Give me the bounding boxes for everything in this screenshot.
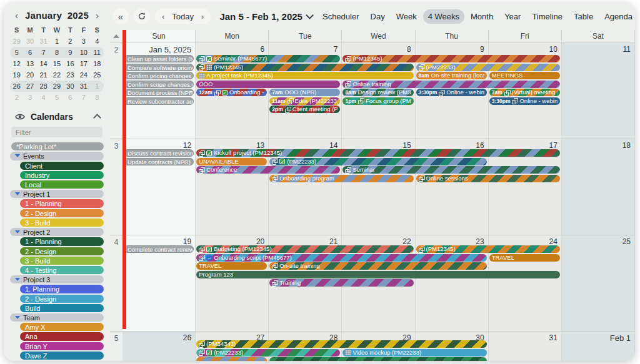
mini-cal-day[interactable]: 2 <box>64 36 77 47</box>
mini-cal-day[interactable]: 25 <box>91 69 104 81</box>
day-cell[interactable]: 31 <box>489 332 562 361</box>
event[interactable]: ↔Onboarding script (PM45677) <box>196 254 487 262</box>
mini-cal-prev-icon[interactable]: ‹ <box>15 12 18 19</box>
event[interactable]: ✓(PM22233) <box>196 349 340 357</box>
calendar-item-1-planning[interactable]: 1 - Planning <box>20 199 104 207</box>
calendar-item-dave-z[interactable]: Dave Z <box>20 352 104 360</box>
event[interactable]: ✓(PM22233) <box>269 158 486 165</box>
day-cell[interactable]: Feb 1 <box>562 332 635 361</box>
mini-cal-day[interactable]: 19 <box>10 69 23 81</box>
event[interactable]: 7amOOO (NPR) <box>269 89 340 96</box>
all-day-event[interactable]: Review subcontractor agre <box>124 97 194 105</box>
collapse-calendars-icon[interactable] <box>93 114 101 122</box>
mini-cal-day[interactable]: 13 <box>23 58 36 69</box>
mini-cal-day[interactable]: 30 <box>64 81 77 92</box>
event[interactable]: OOO <box>196 81 340 88</box>
calendar-item-project-1[interactable]: Project 1 <box>10 190 104 198</box>
mini-cal-day[interactable]: 9 <box>64 47 77 58</box>
event[interactable]: (PM12345) <box>342 55 559 62</box>
view-tab-agenda[interactable]: Agenda <box>599 9 635 24</box>
event[interactable]: 8amOn-site training (local) <box>416 72 487 79</box>
all-day-event[interactable]: Complete contract renewa <box>124 245 194 253</box>
event[interactable]: On-site training <box>269 262 486 270</box>
mini-cal-day[interactable]: 31 <box>77 81 90 92</box>
view-tab-day[interactable]: Day <box>366 9 390 24</box>
mini-cal-day[interactable]: 17 <box>77 58 90 69</box>
event[interactable]: Onboarding program <box>269 175 413 182</box>
mini-cal-day[interactable]: 6 <box>64 92 77 103</box>
event[interactable]: 1pmFocus group (PM22 <box>342 97 413 105</box>
mini-cal-day[interactable]: 3 <box>77 36 90 47</box>
mini-cal-day[interactable]: 1 <box>91 81 104 92</box>
view-tab-month[interactable]: Month <box>466 9 498 24</box>
event[interactable]: 12am✓Onboarding - ne <box>196 89 267 96</box>
event[interactable]: Training <box>269 279 413 287</box>
calendar-item-build[interactable]: Build <box>20 304 104 312</box>
mini-cal-day[interactable]: 11 <box>91 47 104 58</box>
event[interactable]: ✓Kickoff project (PM12345) <box>196 149 560 157</box>
scroll-up-icon[interactable] <box>113 34 119 38</box>
event[interactable]: ✓Seminar (PM45677) <box>196 55 340 62</box>
calendar-item-team[interactable]: Team <box>10 313 104 322</box>
event[interactable] <box>196 357 267 361</box>
calendar-item-1-planning[interactable]: 1 - Planning <box>20 237 104 245</box>
calendar-filter-input[interactable] <box>11 127 102 137</box>
mini-cal-day[interactable]: 24 <box>77 69 90 81</box>
event[interactable]: Conference <box>196 166 340 174</box>
mini-cal-day[interactable]: 26 <box>10 81 23 92</box>
event[interactable]: (PM12345) <box>196 64 413 71</box>
mini-cal-day[interactable]: 6 <box>23 47 36 58</box>
mini-cal-day[interactable]: 22 <box>50 69 63 81</box>
prev-period-icon[interactable]: ‹ <box>162 12 164 21</box>
event[interactable]: Online training <box>342 81 559 88</box>
view-tab-week[interactable]: Week <box>391 9 422 24</box>
mini-cal-day[interactable]: 4 <box>37 92 50 103</box>
mini-cal-day[interactable]: 16 <box>64 58 77 69</box>
today-button[interactable]: Today <box>172 12 194 21</box>
calendar-item-amy-x[interactable]: Amy X <box>20 323 104 331</box>
calendar-item-brian-y[interactable]: Brian Y <box>20 342 104 350</box>
mini-cal-day[interactable]: 29 <box>10 36 23 47</box>
view-tab-scheduler[interactable]: Scheduler <box>318 9 364 24</box>
next-period-icon[interactable]: › <box>201 12 204 21</box>
calendar-item-project-2[interactable]: Project 2 <box>10 228 104 236</box>
day-cell[interactable]: 26 <box>122 332 196 361</box>
mini-cal-day[interactable]: 15 <box>50 58 63 69</box>
mini-cal-day[interactable]: 21 <box>37 69 50 81</box>
mini-cal-day[interactable]: 1 <box>50 36 63 47</box>
calendar-item-events[interactable]: Events <box>10 152 104 160</box>
calendar-item-3-build[interactable]: 3 - Build <box>20 219 104 227</box>
calendar-item-local[interactable]: Local <box>20 180 104 189</box>
day-cell[interactable]: 18 <box>562 139 635 235</box>
mini-cal-day[interactable]: 23 <box>64 69 77 81</box>
mini-cal-day[interactable]: 8 <box>50 47 63 58</box>
collapse-sidebar-button[interactable]: « <box>112 8 129 24</box>
mini-cal-day[interactable]: 8 <box>91 92 104 103</box>
event[interactable]: 11amEdits (PM22233) <box>269 97 340 105</box>
event[interactable]: MEETINGS <box>489 72 560 79</box>
calendar-item-4-testing[interactable]: 4 - Testing <box>20 266 104 274</box>
calendar-item-1-planning[interactable]: 1. Planning <box>20 285 104 293</box>
view-tab-table[interactable]: Table <box>569 9 598 24</box>
all-day-event[interactable]: Clean up asset folders (NP <box>124 55 194 62</box>
all-day-event[interactable]: Discuss contract revisions <box>124 149 194 157</box>
event[interactable]: Online sessions <box>416 175 560 182</box>
event[interactable]: Program 123 <box>196 271 560 278</box>
event[interactable]: (PM12345) <box>416 245 560 253</box>
calendar-item-ana[interactable]: Ana <box>20 332 104 340</box>
day-cell[interactable]: 25 <box>562 235 635 331</box>
calendar-item-2-design[interactable]: 2 - Design <box>20 209 104 217</box>
mini-cal-day[interactable]: 12 <box>10 58 23 69</box>
event[interactable]: A project task (PM12345) <box>196 72 413 79</box>
mini-cal-day[interactable]: 30 <box>23 36 36 47</box>
mini-cal-day[interactable]: 14 <box>37 58 50 69</box>
event[interactable]: 3:30pmOnline - webinar <box>489 97 560 105</box>
refresh-button[interactable] <box>134 8 150 24</box>
mini-cal-day[interactable]: 31 <box>37 36 50 47</box>
mini-cal-day[interactable]: 5 <box>50 92 63 103</box>
calendar-item-2-design[interactable]: 2 - Design <box>20 295 104 303</box>
mini-cal-day[interactable]: 18 <box>91 58 104 69</box>
event[interactable]: 7am(Virtual) meeting (P <box>489 89 560 96</box>
mini-cal-day[interactable]: 4 <box>91 36 104 47</box>
calendar-item-project-3[interactable]: Project 3 <box>10 275 104 283</box>
